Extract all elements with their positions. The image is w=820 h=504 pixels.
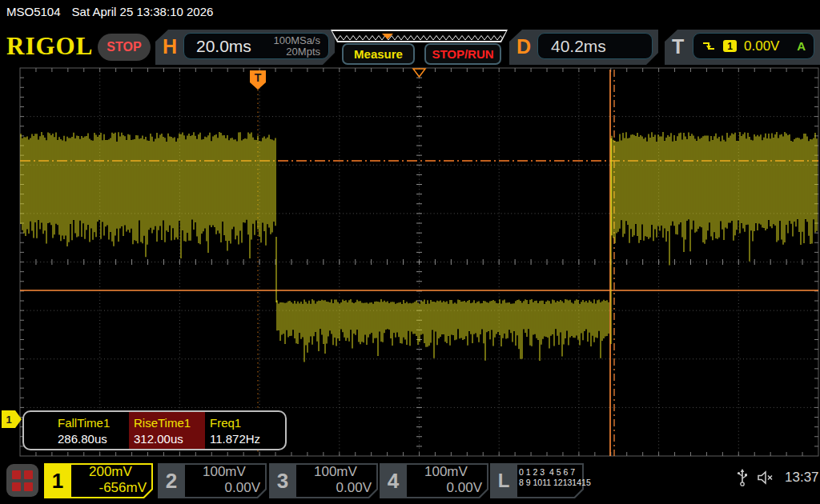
usb-icon <box>737 469 748 486</box>
channel-2-scale: 100mV <box>203 464 246 480</box>
channel-4-scale: 100mV <box>424 464 468 480</box>
speaker-muted-icon <box>757 470 776 485</box>
measurement-risetime[interactable]: RiseTime1 312.00us <box>129 412 205 449</box>
svg-text:1: 1 <box>6 414 11 426</box>
digital-channel-numbers: 0 1 2 3 4 5 6 78 9 1011 12131415 <box>519 464 577 488</box>
channel-4-offset: 0.00V <box>408 480 482 496</box>
channel-4-number: 4 <box>380 463 407 498</box>
channel-1-box[interactable]: 1 200mV -656mV <box>44 463 153 498</box>
menu-button[interactable] <box>6 464 38 497</box>
channel-4-box[interactable]: 4 100mV 0.00V <box>380 463 488 498</box>
svg-text:T: T <box>255 71 262 84</box>
channel-1-offset: -656mV <box>73 480 147 496</box>
channel-3-offset: 0.00V <box>298 480 372 496</box>
channel-3-number: 3 <box>269 463 296 498</box>
measurement-freq[interactable]: Freq1 11.872Hz <box>205 412 281 449</box>
channel-3-box[interactable]: 3 100mV 0.00V <box>269 463 378 498</box>
channel-2-offset: 0.00V <box>187 480 260 496</box>
channel-2-box[interactable]: 2 100mV 0.00V <box>158 463 267 498</box>
channel-3-scale: 100mV <box>314 464 357 480</box>
measurement-panel[interactable]: FallTime1 286.80us RiseTime1 312.00us Fr… <box>22 410 287 450</box>
measurement-falltime[interactable]: FallTime1 286.80us <box>53 412 129 449</box>
digital-channels-box[interactable]: L 0 1 2 3 4 5 6 78 9 1011 12131415 <box>490 463 584 498</box>
oscilloscope-screen: MSO5104Sat April 25 13:38:10 2026 RIGOL … <box>0 0 820 504</box>
digital-channels-label: L <box>490 463 517 498</box>
channel-1-scale: 200mV <box>89 464 132 480</box>
clock: 13:37 <box>785 470 819 486</box>
channel-1-number: 1 <box>44 463 71 498</box>
channel-2-number: 2 <box>158 463 185 498</box>
